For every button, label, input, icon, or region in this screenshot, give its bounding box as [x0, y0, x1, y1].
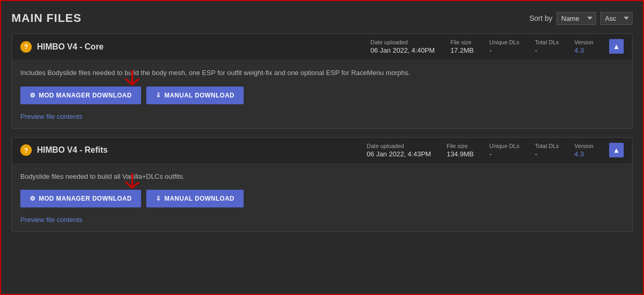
meta-date-1: Date uploaded 06 Jan 2022, 4:40PM — [371, 39, 435, 54]
meta-size-1: File size 17.2MB — [450, 39, 474, 54]
file-meta-2: Date uploaded 06 Jan 2022, 4:43PM File s… — [367, 143, 624, 158]
sort-controls: Sort by Name Date Size Version Asc Desc — [529, 12, 633, 25]
meta-date-value-1: 06 Jan 2022, 4:40PM — [371, 46, 435, 54]
file-card-1-body: Includes Bodyslide files needed to build… — [12, 59, 632, 128]
meta-total-dls-2: Total DLs - — [535, 143, 559, 158]
file-description-1: Includes Bodyslide files needed to build… — [20, 68, 624, 78]
manual-download-button-1[interactable]: ⇩ MANUAL DOWNLOAD — [146, 87, 244, 104]
file-meta-1: Date uploaded 06 Jan 2022, 4:40PM File s… — [371, 39, 624, 54]
meta-version-label-2: Version — [574, 143, 594, 149]
collapse-button-2[interactable]: ▲ — [609, 143, 624, 157]
meta-unique-label-1: Unique DLs — [489, 39, 519, 45]
file-card-2-header: ? HIMBO V4 - Refits Date uploaded 06 Jan… — [12, 138, 632, 163]
meta-size-label-1: File size — [450, 39, 474, 45]
download-buttons-1: ⚙ MOD MANAGER DOWNLOAD ⇩ MANUAL DOWNLOAD — [20, 87, 624, 104]
meta-total-value-1: - — [535, 46, 559, 54]
meta-size-value-2: 134.9MB — [447, 150, 474, 158]
meta-total-dls-1: Total DLs - — [535, 39, 559, 54]
meta-unique-value-1: - — [489, 46, 519, 54]
mod-manager-label-2: MOD MANAGER DOWNLOAD — [39, 195, 132, 202]
file-name-section-2: ? HIMBO V4 - Refits — [20, 144, 108, 156]
meta-date-label-1: Date uploaded — [371, 39, 435, 45]
meta-version-value-1: 4.3 — [574, 46, 594, 54]
sort-order-select[interactable]: Asc Desc — [600, 12, 633, 25]
mod-manager-label-1: MOD MANAGER DOWNLOAD — [39, 92, 132, 99]
meta-version-1: Version 4.3 — [574, 39, 594, 54]
file-card-2-body: Bodyslide files needed to build all Vani… — [12, 163, 632, 232]
meta-total-value-2: - — [535, 150, 559, 158]
meta-unique-dls-2: Unique DLs - — [489, 143, 519, 158]
main-header: MAIN FILES Sort by Name Date Size Versio… — [11, 11, 633, 25]
meta-date-value-2: 06 Jan 2022, 4:43PM — [367, 150, 431, 158]
sort-by-select[interactable]: Name Date Size Version — [557, 12, 596, 25]
meta-unique-value-2: - — [489, 150, 519, 158]
collapse-button-1[interactable]: ▲ — [609, 39, 624, 54]
file-card-2: ? HIMBO V4 - Refits Date uploaded 06 Jan… — [11, 137, 633, 232]
preview-link-1[interactable]: Preview file contents — [20, 113, 82, 120]
manual-download-button-2[interactable]: ⇩ MANUAL DOWNLOAD — [146, 190, 244, 207]
arrow-annotation-1 — [117, 70, 148, 91]
file-name-2: HIMBO V4 - Refits — [37, 145, 108, 155]
mod-manager-icon-2: ⚙ — [30, 195, 36, 202]
preview-link-2[interactable]: Preview file contents — [20, 216, 82, 224]
meta-date-2: Date uploaded 06 Jan 2022, 4:43PM — [367, 143, 431, 158]
meta-size-label-2: File size — [447, 143, 474, 149]
question-icon-1: ? — [20, 41, 32, 53]
meta-total-label-2: Total DLs — [535, 143, 559, 149]
mod-manager-icon-1: ⚙ — [30, 92, 36, 99]
file-name-1: HIMBO V4 - Core — [37, 42, 104, 52]
manual-label-2: MANUAL DOWNLOAD — [165, 195, 235, 202]
meta-size-value-1: 17.2MB — [450, 46, 474, 54]
arrow-annotation-2 — [117, 173, 148, 194]
meta-version-label-1: Version — [574, 39, 594, 45]
meta-unique-dls-1: Unique DLs - — [489, 39, 519, 54]
file-name-section-1: ? HIMBO V4 - Core — [20, 41, 104, 53]
download-icon-1: ⇩ — [156, 92, 161, 99]
question-icon-2: ? — [20, 144, 32, 156]
file-description-2: Bodyslide files needed to build all Vani… — [20, 171, 624, 182]
file-card-1-header: ? HIMBO V4 - Core Date uploaded 06 Jan 2… — [12, 34, 632, 59]
sort-label: Sort by — [529, 14, 552, 22]
file-card-1: ? HIMBO V4 - Core Date uploaded 06 Jan 2… — [11, 33, 633, 129]
meta-unique-label-2: Unique DLs — [489, 143, 519, 149]
meta-version-value-2: 4.3 — [574, 150, 594, 158]
manual-label-1: MANUAL DOWNLOAD — [165, 92, 235, 99]
page-title: MAIN FILES — [11, 11, 82, 25]
download-icon-2: ⇩ — [156, 195, 161, 202]
meta-date-label-2: Date uploaded — [367, 143, 431, 149]
download-buttons-2: ⚙ MOD MANAGER DOWNLOAD ⇩ MANUAL DOWNLOAD — [20, 190, 624, 207]
meta-total-label-1: Total DLs — [535, 39, 559, 45]
meta-size-2: File size 134.9MB — [447, 143, 474, 158]
meta-version-2: Version 4.3 — [574, 143, 594, 158]
